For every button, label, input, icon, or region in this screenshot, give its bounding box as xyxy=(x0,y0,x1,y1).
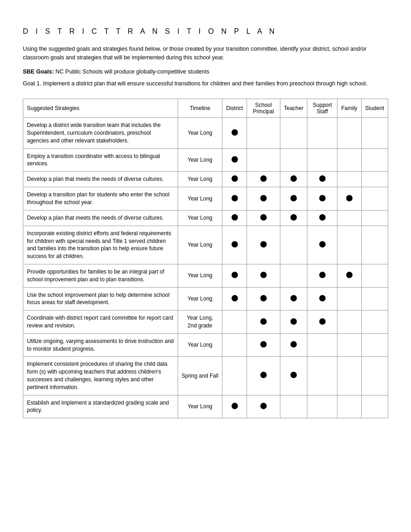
dot-cell-student xyxy=(361,333,388,357)
dot-cell-district xyxy=(222,187,247,211)
dot-cell-support_staff xyxy=(307,226,337,264)
dot-cell-school_principal xyxy=(247,311,280,334)
dot-cell-district xyxy=(222,287,247,311)
col-header-timeline: Timeline xyxy=(178,99,222,118)
dot-cell-district xyxy=(222,226,247,264)
col-header-strategies: Suggested Strategies xyxy=(23,99,178,118)
dot-cell-support_staff xyxy=(307,148,337,172)
dot-cell-support_staff xyxy=(307,333,337,357)
filled-dot xyxy=(346,195,353,201)
strategy-cell: Develop a plan that meets the needs of d… xyxy=(23,210,178,226)
dot-cell-school_principal xyxy=(247,395,280,418)
strategy-cell: Develop a transition plan for students w… xyxy=(23,187,178,211)
filled-dot xyxy=(290,372,297,378)
dot-cell-student xyxy=(361,395,388,418)
dot-cell-teacher xyxy=(280,118,307,148)
timeline-cell: Year Long xyxy=(178,287,222,311)
dot-cell-student xyxy=(361,172,388,187)
dot-cell-district xyxy=(222,357,247,395)
goal-section: Goal 1. Implement a district plan that w… xyxy=(23,79,388,88)
dot-cell-student xyxy=(361,148,388,172)
col-header-teacher: Teacher xyxy=(280,99,307,118)
strategy-cell: Use the school improvement plan to help … xyxy=(23,287,178,311)
dot-cell-district xyxy=(222,311,247,334)
dot-cell-teacher xyxy=(280,333,307,357)
dot-cell-student xyxy=(361,226,388,264)
timeline-cell: Spring and Fall xyxy=(178,357,222,395)
dot-cell-teacher xyxy=(280,264,307,288)
dot-cell-teacher xyxy=(280,172,307,187)
dot-cell-support_staff xyxy=(307,172,337,187)
dot-cell-family xyxy=(337,264,361,288)
col-header-family: Family xyxy=(337,99,361,118)
filled-dot xyxy=(319,175,326,182)
dot-cell-family xyxy=(337,311,361,334)
table-row: Employ a transition coordinator with acc… xyxy=(23,148,388,172)
timeline-cell: Year Long xyxy=(178,118,222,148)
dot-cell-district xyxy=(222,395,247,418)
filled-dot xyxy=(260,175,267,182)
dot-cell-teacher xyxy=(280,287,307,311)
strategy-cell: Implement consistent procedures of shari… xyxy=(23,357,178,395)
filled-dot xyxy=(260,341,267,348)
filled-dot xyxy=(232,175,238,182)
table-row: Develop a transition plan for students w… xyxy=(23,187,388,211)
filled-dot xyxy=(232,403,238,409)
dot-cell-district xyxy=(222,264,247,288)
filled-dot xyxy=(260,241,267,248)
dot-cell-school_principal xyxy=(247,172,280,187)
filled-dot xyxy=(290,214,297,221)
filled-dot xyxy=(290,318,297,325)
filled-dot xyxy=(290,175,297,182)
timeline-cell: Year Long xyxy=(178,172,222,187)
filled-dot xyxy=(232,241,238,248)
table-row: Use the school improvement plan to help … xyxy=(23,287,388,311)
dot-cell-district xyxy=(222,148,247,172)
filled-dot xyxy=(319,272,326,278)
dot-cell-school_principal xyxy=(247,148,280,172)
strategy-cell: Utilize ongoing, varying assessments to … xyxy=(23,333,178,357)
filled-dot xyxy=(290,341,297,348)
timeline-cell: Year Long xyxy=(178,226,222,264)
dot-cell-support_staff xyxy=(307,187,337,211)
dot-cell-student xyxy=(361,311,388,334)
dot-cell-support_staff xyxy=(307,118,337,148)
dot-cell-teacher xyxy=(280,311,307,334)
filled-dot xyxy=(319,295,326,301)
dot-cell-family xyxy=(337,226,361,264)
table-row: Develop a plan that meets the needs of d… xyxy=(23,210,388,226)
filled-dot xyxy=(319,214,326,221)
filled-dot xyxy=(346,272,353,278)
filled-dot xyxy=(232,156,238,163)
strategy-cell: Provide opportunities for families to be… xyxy=(23,264,178,288)
timeline-cell: Year Long xyxy=(178,187,222,211)
dot-cell-family xyxy=(337,395,361,418)
dot-cell-school_principal xyxy=(247,357,280,395)
dot-cell-district xyxy=(222,172,247,187)
col-header-school-principal: School Principal xyxy=(247,99,280,118)
table-row: Develop a plan that meets the needs of d… xyxy=(23,172,388,187)
dot-cell-family xyxy=(337,357,361,395)
dot-cell-student xyxy=(361,357,388,395)
dot-cell-family xyxy=(337,187,361,211)
dot-cell-support_staff xyxy=(307,210,337,226)
filled-dot xyxy=(260,295,267,301)
dot-cell-teacher xyxy=(280,226,307,264)
dot-cell-school_principal xyxy=(247,287,280,311)
filled-dot xyxy=(260,272,267,278)
dot-cell-teacher xyxy=(280,210,307,226)
strategy-cell: Employ a transition coordinator with acc… xyxy=(23,148,178,172)
table-row: Establish and implement a standardized g… xyxy=(23,395,388,418)
dot-cell-district xyxy=(222,118,247,148)
dot-cell-support_staff xyxy=(307,287,337,311)
table-row: Incorporate existing district efforts an… xyxy=(23,226,388,264)
dot-cell-support_staff xyxy=(307,395,337,418)
col-header-student: Student xyxy=(361,99,388,118)
strategy-cell: Develop a plan that meets the needs of d… xyxy=(23,172,178,187)
filled-dot xyxy=(260,195,267,201)
filled-dot xyxy=(319,318,326,325)
intro-text: Using the suggested goals and strategies… xyxy=(23,45,388,62)
table-row: Utilize ongoing, varying assessments to … xyxy=(23,333,388,357)
dot-cell-family xyxy=(337,287,361,311)
dot-cell-teacher xyxy=(280,395,307,418)
